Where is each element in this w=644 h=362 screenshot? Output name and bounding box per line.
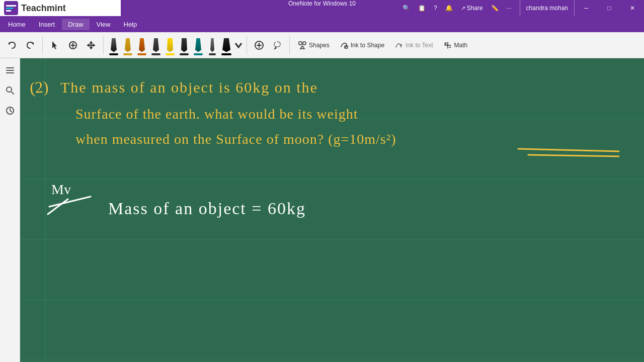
menu-draw[interactable]: Draw — [62, 19, 89, 30]
menu-insert[interactable]: Insert — [33, 19, 61, 30]
menu-bar: Home Insert Draw View Help — [0, 16, 644, 32]
add-button[interactable] — [251, 34, 267, 56]
svg-text:Mv: Mv — [51, 182, 71, 197]
search-icon[interactable]: 🔍 — [403, 5, 410, 12]
share-button[interactable]: ↗ Share — [461, 5, 483, 12]
svg-rect-2 — [6, 8, 13, 9]
cursor-button[interactable] — [47, 34, 63, 56]
canvas-area[interactable]: (2) The mass of an object is 60kg on the… — [20, 58, 644, 362]
svg-point-7 — [303, 42, 306, 45]
shapes-label: Shapes — [309, 42, 330, 49]
math-button[interactable]: Math — [439, 37, 472, 53]
svg-rect-1 — [6, 5, 16, 7]
svg-text:(2): (2) — [29, 77, 49, 97]
ink-to-text-label: Ink to Text — [406, 42, 433, 49]
teachmint-logo-icon — [4, 1, 18, 15]
close-button[interactable]: ✕ — [621, 0, 644, 16]
window-title: OneNote for Windows 10 — [288, 0, 356, 7]
help-icon[interactable]: ? — [434, 5, 437, 12]
sidebar — [0, 58, 20, 362]
minimize-button[interactable]: ─ — [575, 0, 598, 16]
black-pen-tool[interactable] — [108, 34, 120, 56]
yellow-highlight-tool[interactable] — [164, 34, 176, 56]
menu-help[interactable]: Help — [118, 19, 143, 30]
more-options-icon[interactable]: ··· — [507, 5, 512, 12]
svg-rect-6 — [299, 42, 302, 45]
logo-area: Teachmint — [0, 0, 121, 16]
teal-pen-tool[interactable] — [192, 34, 204, 56]
handwriting-layer: (2) The mass of an object is 60kg on the… — [20, 58, 644, 362]
sidebar-search-icon[interactable] — [2, 82, 18, 99]
sep4 — [289, 36, 290, 54]
draw-toolbar: Shapes Ink to Shape Ink to Text Math — [0, 32, 644, 58]
ink-to-text-button[interactable]: Ink to Text — [390, 37, 437, 53]
dark-marker-tool[interactable] — [178, 34, 190, 56]
undo-button[interactable] — [4, 34, 20, 56]
orange-pen-tool[interactable] — [136, 34, 148, 56]
black-thick-pen-tool[interactable] — [220, 34, 232, 56]
menu-view[interactable]: View — [91, 19, 117, 30]
svg-text:Surface  of  the  earth.  what: Surface of the earth. what would be its … — [75, 106, 358, 122]
math-label: Math — [454, 42, 468, 49]
sep1 — [42, 36, 43, 54]
svg-rect-3 — [6, 10, 11, 12]
move-button[interactable] — [83, 34, 99, 56]
svg-text:when   measured   on  the  Sur: when measured on the Surface of moon? (g… — [75, 131, 396, 147]
add-tool-button[interactable] — [65, 34, 81, 56]
narrow-pen-tool[interactable] — [206, 34, 218, 56]
shapes-button[interactable]: Shapes — [294, 37, 334, 53]
ink-to-shape-button[interactable]: Ink to Shape — [336, 37, 388, 53]
bell-icon[interactable]: 🔔 — [445, 5, 453, 12]
sep2 — [103, 36, 104, 54]
yellow-pen-tool[interactable] — [122, 34, 134, 56]
title-bar: Teachmint OneNote for Windows 10 🔍 📋 ? 🔔… — [0, 0, 644, 16]
maximize-button[interactable]: □ — [598, 0, 621, 16]
sidebar-history-icon[interactable] — [2, 103, 18, 119]
svg-text:The   mass  of   an  object  i: The mass of an object is 60kg on the — [60, 79, 318, 96]
svg-text:Mass of an object  = 60kg: Mass of an object = 60kg — [108, 199, 306, 218]
pen-mode-icon[interactable]: ✏️ — [491, 5, 499, 12]
sidebar-menu-icon[interactable] — [2, 62, 18, 78]
svg-point-10 — [7, 87, 12, 92]
notes-icon[interactable]: 📋 — [418, 5, 426, 12]
lasso-button[interactable] — [269, 34, 285, 56]
redo-button[interactable] — [22, 34, 38, 56]
user-name: chandra mohan — [520, 0, 574, 16]
svg-marker-8 — [300, 46, 304, 49]
logo-text: Teachmint — [21, 3, 66, 14]
ink-to-shape-label: Ink to Shape — [351, 42, 384, 49]
menu-home[interactable]: Home — [2, 19, 32, 30]
more-pens-button[interactable] — [234, 34, 243, 56]
dark-pen-tool[interactable] — [150, 34, 162, 56]
sep3 — [247, 36, 247, 54]
